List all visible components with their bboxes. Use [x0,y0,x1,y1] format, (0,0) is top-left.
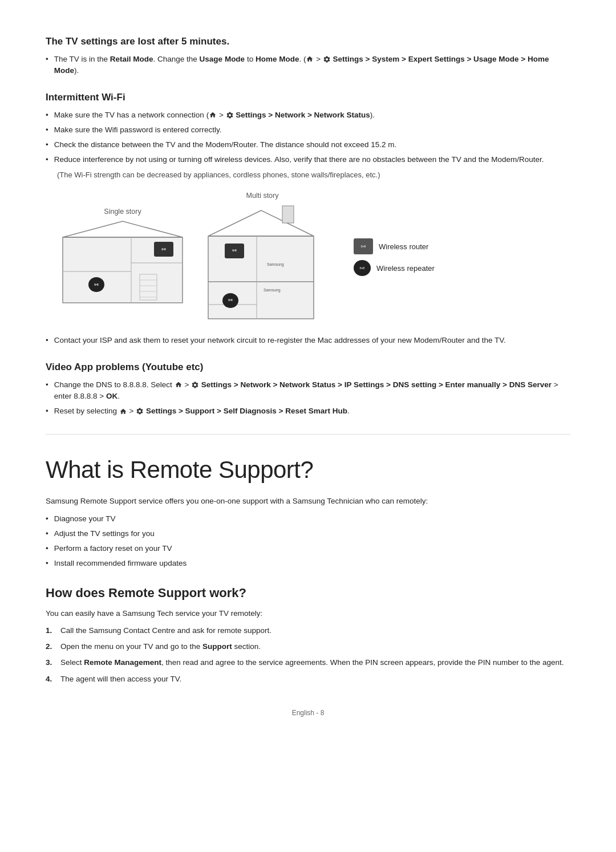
single-story-label: Single story [104,206,141,217]
router-icon-multi: 6•8 [225,244,244,258]
list-item: Change the DNS to 8.8.8.8. Select > Sett… [46,379,570,403]
svg-marker-11 [208,210,314,236]
section-title-video-app: Video App problems (Youtube etc) [46,360,570,375]
repeater-icon-multi: 6•8 [222,293,238,308]
svg-marker-1 [63,221,183,237]
list-item: Install recommended firmware updates [46,558,570,569]
svg-rect-10 [208,236,314,319]
list-item: Make sure the TV has a network connectio… [46,109,570,121]
list-item: Perform a factory reset on your TV [46,543,570,554]
list-item: Make sure the Wifi password is entered c… [46,124,570,136]
multi-story-label: Multi story [246,190,279,201]
samsung-label-lower: Samsung [264,287,281,294]
single-story-diagram: Single story [57,206,188,309]
section-remote-support: What is Remote Support? Samsung Remote S… [46,452,570,569]
how-remote-intro: You can easily have a Samsung Tech servi… [46,608,570,619]
multi-story-house: 6•8 Samsung 6•8 Samsung [200,205,325,324]
router-legend-label: Wireless router [379,241,428,253]
section-wifi: Intermittent Wi-Fi Make sure the TV has … [46,90,570,346]
list-item: Reduce interference by not using or turn… [46,154,570,165]
svg-rect-16 [282,206,294,223]
section-divider [46,434,570,435]
video-app-list: Change the DNS to 8.8.8.8. Select > Sett… [46,379,570,417]
multi-story-diagram: Multi story [200,190,325,324]
repeater-legend-icon: 6•8 [354,260,371,276]
router-legend-icon: 6•8 [354,238,373,254]
repeater-legend-label: Wireless repeater [376,263,435,274]
wifi-note: (The Wi-Fi strength can be decreased by … [46,169,570,181]
list-item: Contact your ISP and ask them to reset y… [46,335,570,346]
step-1: 1. Call the Samsung Contact Centre and a… [46,625,570,636]
single-story-house: 6•8 6•8 [57,220,188,309]
wifi-list: Make sure the TV has a network connectio… [46,109,570,166]
remote-support-intro: Samsung Remote Support service offers yo… [46,496,570,507]
wifi-diagram: Single story [57,190,570,324]
diagram-legend: 6•8 Wireless router 6•8 Wireless repeate… [354,238,435,276]
legend-repeater: 6•8 Wireless repeater [354,260,435,276]
step-3: 3. Select Remote Management, then read a… [46,657,570,668]
section-title-how-remote: How does Remote Support work? [46,583,570,602]
legend-router: 6•8 Wireless router [354,238,435,254]
how-remote-steps: 1. Call the Samsung Contact Centre and a… [46,625,570,685]
step-4: 4. The agent will then access your TV. [46,674,570,685]
list-item: The TV is in the Retail Mode. Change the… [46,54,570,77]
section-title-tv-settings: The TV settings are lost after 5 minutes… [46,34,570,49]
step-2: 2. Open the menu on your TV and go to th… [46,641,570,652]
section-title-remote-support: What is Remote Support? [46,452,570,488]
samsung-label: Samsung [267,262,284,268]
list-item: Check the distance between the TV and th… [46,139,570,151]
section-video-app: Video App problems (Youtube etc) Change … [46,360,570,417]
page-footer: English - 8 [46,708,570,718]
remote-support-list: Diagnose your TV Adjust the TV settings … [46,513,570,570]
section-tv-settings: The TV settings are lost after 5 minutes… [46,34,570,76]
section-title-wifi: Intermittent Wi-Fi [46,90,570,105]
wifi-after-list: Contact your ISP and ask them to reset y… [46,335,570,346]
section-tv-settings-list: The TV is in the Retail Mode. Change the… [46,54,570,77]
list-item: Reset by selecting > Settings > Support … [46,405,570,417]
section-how-remote: How does Remote Support work? You can ea… [46,583,570,685]
list-item: Adjust the TV settings for you [46,528,570,539]
list-item: Diagnose your TV [46,513,570,525]
router-icon-single-upper: 6•8 [154,242,173,257]
multi-story-svg [200,205,325,324]
single-story-svg [57,220,188,309]
